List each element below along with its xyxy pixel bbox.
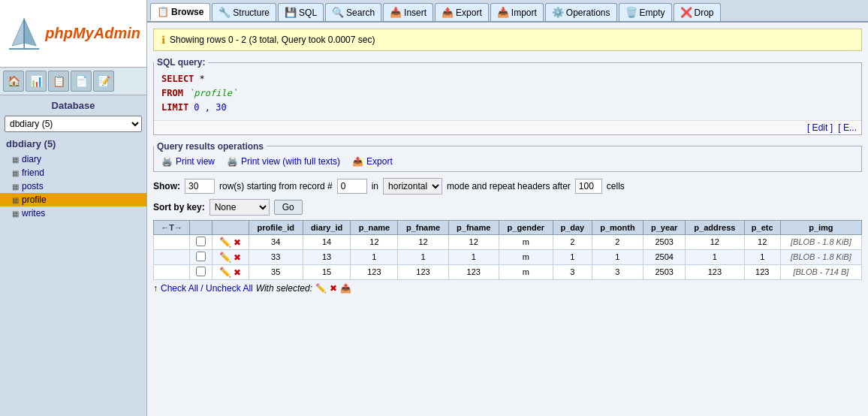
- row1-actions: ✏️ ✖: [212, 234, 249, 249]
- row3-delete-icon[interactable]: ✖: [234, 267, 241, 278]
- row3-edit-icon[interactable]: ✏️: [219, 267, 231, 278]
- sidebar-item-posts[interactable]: ▦ posts: [0, 179, 146, 193]
- tab-search-label: Search: [346, 8, 375, 18]
- print-view-link[interactable]: 🖨️ Print view: [161, 156, 215, 167]
- with-selected-delete-icon[interactable]: ✖: [330, 283, 337, 294]
- print-full-icon: 🖨️: [227, 156, 238, 167]
- check-all-link[interactable]: Check All / Uncheck All: [161, 283, 253, 294]
- rows-input[interactable]: [185, 179, 215, 194]
- tab-browse-label: Browse: [171, 7, 203, 17]
- sidebar-item-label-diary: diary: [22, 154, 41, 164]
- table-row: ✏️ ✖ 33 13 1 1 1 m 1 1 2504 1 1 [BLOB - …: [154, 249, 862, 264]
- row3-checkbox[interactable]: [196, 267, 206, 276]
- row1-delete-icon[interactable]: ✖: [234, 237, 241, 248]
- extra-link[interactable]: [ E...: [838, 122, 857, 133]
- row1-p-fname: 12: [398, 234, 448, 249]
- limit-keyword: LIMIT: [161, 102, 188, 113]
- row1-checkbox[interactable]: [196, 237, 206, 246]
- row1-p-fname2: 12: [448, 234, 499, 249]
- col-diary-id[interactable]: diary_id: [303, 220, 351, 234]
- home-icon-btn[interactable]: 🏠: [3, 71, 24, 92]
- tab-export[interactable]: 📤 Export: [435, 3, 489, 21]
- col-p-img[interactable]: p_img: [780, 220, 861, 234]
- row3-navigate: [154, 264, 190, 279]
- row2-delete-icon[interactable]: ✖: [234, 252, 241, 263]
- col-profile-id[interactable]: profile_id: [249, 220, 303, 234]
- col-p-day[interactable]: p_day: [553, 220, 592, 234]
- row3-p-etc: 123: [744, 264, 780, 279]
- sort-label: Sort by key:: [153, 202, 205, 213]
- row2-p-address: 1: [686, 249, 744, 264]
- doc-icon-btn[interactable]: 📄: [71, 71, 92, 92]
- col-checkbox-header: [190, 220, 212, 234]
- tab-insert[interactable]: 📥 Insert: [383, 3, 433, 21]
- sidebar-icons: 🏠 📊 📋 📄 📝: [0, 68, 146, 95]
- sort-select[interactable]: None: [209, 199, 270, 216]
- table-row: ✏️ ✖ 35 15 123 123 123 m 3 3 2503 123 12…: [154, 264, 862, 279]
- row1-edit-icon[interactable]: ✏️: [219, 237, 231, 248]
- sql-query-box: SQL query: SELECT * FROM `profile` LIMIT…: [153, 57, 862, 135]
- row2-p-gender: m: [499, 249, 553, 264]
- col-p-address[interactable]: p_address: [686, 220, 744, 234]
- sidebar-item-label-writes: writes: [22, 208, 45, 219]
- row2-p-year: 2504: [643, 249, 686, 264]
- table-icon-btn[interactable]: 📋: [48, 71, 69, 92]
- insert-tab-icon: 📥: [390, 7, 402, 18]
- tab-structure[interactable]: 🔧 Structure: [212, 3, 276, 21]
- col-p-month[interactable]: p_month: [592, 220, 643, 234]
- row1-p-day: 2: [553, 234, 592, 249]
- row1-p-month: 2: [592, 234, 643, 249]
- with-selected: With selected:: [256, 283, 312, 294]
- db-icon-btn[interactable]: 📊: [26, 71, 47, 92]
- col-p-etc[interactable]: p_etc: [744, 220, 780, 234]
- sidebar-item-label-friend: friend: [22, 167, 44, 178]
- record-input[interactable]: [337, 179, 367, 194]
- row2-edit-icon[interactable]: ✏️: [219, 252, 231, 263]
- tab-operations[interactable]: ⚙️ Operations: [545, 3, 617, 21]
- tabbar: 📋 Browse 🔧 Structure 💾 SQL 🔍 Search 📥 In…: [147, 0, 868, 23]
- edit-link[interactable]: [ Edit ]: [807, 122, 833, 133]
- db-name[interactable]: dbdiary (5): [0, 135, 146, 152]
- check-all-row: ↑ Check All / Uncheck All With selected:…: [153, 283, 862, 294]
- row3-p-year: 2503: [643, 264, 686, 279]
- col-p-gender[interactable]: p_gender: [499, 220, 553, 234]
- col-actions-header: [212, 220, 249, 234]
- row1-checkbox-cell: [190, 234, 212, 249]
- search-tab-icon: 🔍: [332, 7, 344, 18]
- row1-p-year: 2503: [643, 234, 686, 249]
- sql-links: [ Edit ] [ E...: [154, 120, 861, 134]
- tab-browse[interactable]: 📋 Browse: [150, 3, 210, 21]
- sidebar-item-diary[interactable]: ▦ diary: [0, 152, 146, 166]
- row2-diary-id: 13: [303, 249, 351, 264]
- database-select[interactable]: dbdiary (5): [5, 116, 142, 132]
- row2-p-day: 1: [553, 249, 592, 264]
- edit-icon-btn[interactable]: 📝: [93, 71, 114, 92]
- col-p-fname[interactable]: p_fname: [398, 220, 448, 234]
- info-text: Showing rows 0 - 2 (3 total, Query took …: [170, 35, 375, 45]
- sidebar-item-profile[interactable]: ▦ profile: [0, 193, 146, 206]
- cells-input[interactable]: [575, 179, 602, 194]
- row2-p-etc: 1: [744, 249, 780, 264]
- mode-select[interactable]: horizontal vertical: [383, 178, 442, 194]
- row3-p-address: 123: [686, 264, 744, 279]
- col-p-name[interactable]: p_name: [351, 220, 398, 234]
- tab-drop[interactable]: ❌ Drop: [674, 3, 721, 21]
- from-table: `profile`: [188, 88, 237, 98]
- sidebar-item-writes[interactable]: ▦ writes: [0, 206, 146, 220]
- with-selected-export-icon[interactable]: 📤: [340, 283, 351, 294]
- col-p-year[interactable]: p_year: [643, 220, 686, 234]
- tab-import[interactable]: 📥 Import: [490, 3, 544, 21]
- structure-tab-icon: 🔧: [219, 7, 231, 18]
- row2-checkbox[interactable]: [196, 252, 206, 261]
- col-p-fname2[interactable]: p_fname: [448, 220, 499, 234]
- tab-sql[interactable]: 💾 SQL: [278, 3, 324, 21]
- print-view-full-link[interactable]: 🖨️ Print view (with full texts): [227, 156, 340, 167]
- sidebar-item-friend[interactable]: ▦ friend: [0, 166, 146, 179]
- show-label: Show:: [153, 181, 180, 191]
- go-button[interactable]: Go: [274, 200, 303, 215]
- sql-query-title: SQL query:: [154, 57, 208, 68]
- tab-search[interactable]: 🔍 Search: [325, 3, 381, 21]
- tab-empty[interactable]: 🗑️ Empty: [619, 3, 672, 21]
- export-link[interactable]: 📤 Export: [352, 156, 393, 167]
- with-selected-edit-icon[interactable]: ✏️: [315, 283, 327, 294]
